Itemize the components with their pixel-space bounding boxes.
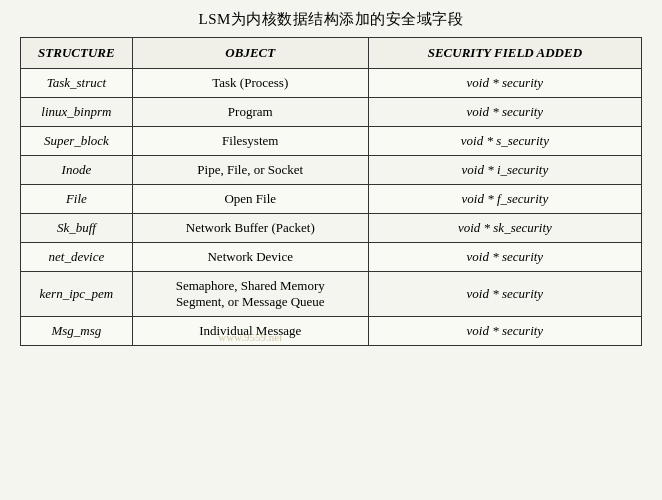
header-object: OBJECT [132,38,368,69]
cell-security: void * security [368,69,641,98]
table-row: linux_binprmProgramvoid * security [21,98,642,127]
page-title: LSM为内核数据结构添加的安全域字段 [199,10,464,29]
cell-object: Program [132,98,368,127]
table-row: InodePipe, File, or Socketvoid * i_secur… [21,156,642,185]
table-row: Sk_buffNetwork Buffer (Packet)void * sk_… [21,214,642,243]
cell-structure: Sk_buff [21,214,133,243]
cell-structure: kern_ipc_pem [21,272,133,317]
cell-structure: File [21,185,133,214]
table-row: kern_ipc_pemSemaphore, Shared MemorySegm… [21,272,642,317]
cell-security: void * security [368,272,641,317]
cell-object: Semaphore, Shared MemorySegment, or Mess… [132,272,368,317]
cell-object: Individual Messagewww.9559.net [132,317,368,346]
table-header-row: STRUCTURE OBJECT SECURITY FIELD ADDED [21,38,642,69]
header-security: SECURITY FIELD ADDED [368,38,641,69]
cell-object: Network Device [132,243,368,272]
cell-security: void * security [368,317,641,346]
lsm-security-table: STRUCTURE OBJECT SECURITY FIELD ADDED Ta… [20,37,642,346]
cell-security: void * security [368,98,641,127]
cell-structure: Task_struct [21,69,133,98]
table-row: Super_blockFilesystemvoid * s_security [21,127,642,156]
table-row: FileOpen Filevoid * f_security [21,185,642,214]
cell-object: Pipe, File, or Socket [132,156,368,185]
cell-structure: net_device [21,243,133,272]
cell-object: Open File [132,185,368,214]
cell-object: Filesystem [132,127,368,156]
table-row: Task_structTask (Process)void * security [21,69,642,98]
cell-structure: linux_binprm [21,98,133,127]
cell-security: void * f_security [368,185,641,214]
table-row: Msg_msgIndividual Messagewww.9559.netvoi… [21,317,642,346]
cell-object: Network Buffer (Packet) [132,214,368,243]
cell-object: Task (Process) [132,69,368,98]
table-row: net_deviceNetwork Devicevoid * security [21,243,642,272]
cell-security: void * sk_security [368,214,641,243]
cell-security: void * i_security [368,156,641,185]
cell-security: void * security [368,243,641,272]
cell-security: void * s_security [368,127,641,156]
cell-structure: Msg_msg [21,317,133,346]
cell-structure: Inode [21,156,133,185]
cell-structure: Super_block [21,127,133,156]
header-structure: STRUCTURE [21,38,133,69]
watermark: www.9559.net [218,331,282,343]
